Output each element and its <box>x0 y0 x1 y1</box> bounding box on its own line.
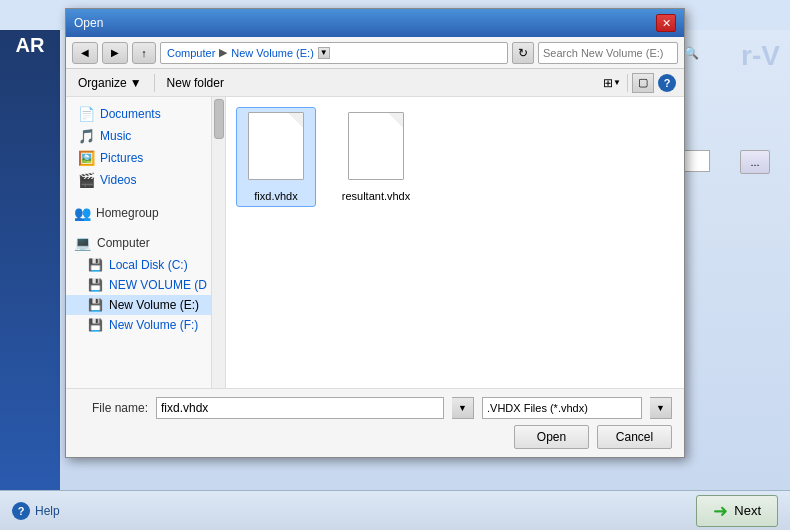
new-folder-button[interactable]: New folder <box>163 74 228 92</box>
help-label: Help <box>35 504 60 518</box>
next-button[interactable]: ➜ Next <box>696 495 778 527</box>
nav-item-c-drive[interactable]: 💾 Local Disk (C:) <box>66 255 225 275</box>
c-drive-icon: 💾 <box>88 258 103 272</box>
nav-item-f-drive[interactable]: 💾 New Volume (F:) <box>66 315 225 335</box>
open-button[interactable]: Open <box>514 425 589 449</box>
filetype-label: .VHDX Files (*.vhdx) <box>487 402 588 414</box>
filename-input[interactable] <box>156 397 444 419</box>
nav-item-f-label: New Volume (F:) <box>109 318 198 332</box>
breadcrumb-bar: Computer ▶ New Volume (E:) ▼ <box>160 42 508 64</box>
breadcrumb-computer[interactable]: Computer <box>167 47 215 59</box>
organize-arrow: ▼ <box>130 76 142 90</box>
nav-item-pictures-label: Pictures <box>100 151 143 165</box>
app-logo: AR <box>16 34 45 57</box>
open-dialog: Open ✕ ◀ ▶ ↑ Computer ▶ New Volume (E:) … <box>65 8 685 458</box>
computer-icon: 💻 <box>74 235 91 251</box>
nav-item-d-label: NEW VOLUME (D <box>109 278 207 292</box>
organize-label: Organize <box>78 76 127 90</box>
file-name-fixd: fixd.vhdx <box>254 190 297 202</box>
bottom-bar: ? Help ➜ Next <box>0 490 790 530</box>
nav-item-videos-label: Videos <box>100 173 136 187</box>
file-area: fixd.vhdx resultant.vhdx <box>226 97 684 388</box>
browse-button[interactable]: ... <box>740 150 770 174</box>
nav-item-e-drive[interactable]: 💾 New Volume (E:) <box>66 295 225 315</box>
new-folder-label: New folder <box>167 76 224 90</box>
filename-dropdown[interactable]: ▼ <box>452 397 474 419</box>
up-button[interactable]: ↑ <box>132 42 156 64</box>
music-icon: 🎵 <box>78 128 94 144</box>
dialog-titlebar: Open ✕ <box>66 9 684 37</box>
file-icon-fixd <box>244 112 308 186</box>
e-drive-icon: 💾 <box>88 298 103 312</box>
homegroup-icon: 👥 <box>74 205 90 221</box>
search-box: 🔍 <box>538 42 678 64</box>
nav-section-computer: 💻 Computer 💾 Local Disk (C:) 💾 NEW VOLUM… <box>66 231 225 335</box>
nav-item-music[interactable]: 🎵 Music <box>66 125 225 147</box>
nav-item-music-label: Music <box>100 129 131 143</box>
help-icon-button[interactable]: ? <box>658 74 676 92</box>
back-button[interactable]: ◀ <box>72 42 98 64</box>
documents-icon: 📄 <box>78 106 94 122</box>
file-icon-paper-resultant <box>348 112 404 180</box>
homegroup-section[interactable]: 👥 Homegroup <box>66 201 225 225</box>
breadcrumb-dropdown[interactable]: ▼ <box>318 47 330 59</box>
d-drive-icon: 💾 <box>88 278 103 292</box>
nav-item-c-label: Local Disk (C:) <box>109 258 188 272</box>
nav-scrollbar-thumb[interactable] <box>214 99 224 139</box>
toolbar-right: ⊞ ▼ ▢ ? <box>601 73 676 93</box>
address-bar: ◀ ▶ ↑ Computer ▶ New Volume (E:) ▼ ↻ 🔍 <box>66 37 684 69</box>
nav-item-documents-label: Documents <box>100 107 161 121</box>
nav-item-pictures[interactable]: 🖼️ Pictures <box>66 147 225 169</box>
computer-label: Computer <box>97 236 150 250</box>
filetype-dropdown[interactable]: ▼ <box>650 397 672 419</box>
help-button[interactable]: ? Help <box>12 502 60 520</box>
left-nav: 📄 Documents 🎵 Music 🖼️ Pictures 🎬 Videos <box>66 97 226 388</box>
computer-section-header[interactable]: 💻 Computer <box>66 231 225 255</box>
nav-item-videos[interactable]: 🎬 Videos <box>66 169 225 191</box>
toolbar: Organize ▼ New folder ⊞ ▼ ▢ ? <box>66 69 684 97</box>
search-icon: 🔍 <box>684 46 699 60</box>
nav-scrollbar[interactable] <box>211 97 225 388</box>
dialog-bottom: File name: ▼ .VHDX Files (*.vhdx) ▼ Open… <box>66 388 684 457</box>
file-item-resultant[interactable]: resultant.vhdx <box>336 107 416 207</box>
app-watermark: r-V <box>741 40 780 72</box>
videos-icon: 🎬 <box>78 172 94 188</box>
organize-button[interactable]: Organize ▼ <box>74 74 146 92</box>
refresh-button[interactable]: ↻ <box>512 42 534 64</box>
view-icon: ⊞ <box>603 76 613 90</box>
nav-section-favorites: 📄 Documents 🎵 Music 🖼️ Pictures 🎬 Videos <box>66 103 225 191</box>
nav-item-e-label: New Volume (E:) <box>109 298 199 312</box>
breadcrumb-sep1: ▶ <box>219 46 227 59</box>
forward-button[interactable]: ▶ <box>102 42 128 64</box>
help-circle-icon: ? <box>12 502 30 520</box>
breadcrumb-current[interactable]: New Volume (E:) <box>231 47 314 59</box>
filename-row: File name: ▼ .VHDX Files (*.vhdx) ▼ <box>78 397 672 419</box>
toolbar-separator-1 <box>154 74 155 92</box>
homegroup-label: Homegroup <box>96 206 159 220</box>
toolbar-separator-2 <box>627 74 628 92</box>
nav-item-d-drive[interactable]: 💾 NEW VOLUME (D <box>66 275 225 295</box>
dialog-close-button[interactable]: ✕ <box>656 14 676 32</box>
dialog-title: Open <box>74 16 103 30</box>
file-name-resultant: resultant.vhdx <box>342 190 410 202</box>
app-sidebar: AR <box>0 30 60 490</box>
nav-item-documents[interactable]: 📄 Documents <box>66 103 225 125</box>
filetype-select: .VHDX Files (*.vhdx) <box>482 397 642 419</box>
cancel-button[interactable]: Cancel <box>597 425 672 449</box>
file-icon-paper-fixd <box>248 112 304 180</box>
view-button[interactable]: ⊞ ▼ <box>601 73 623 93</box>
next-label: Next <box>734 503 761 518</box>
next-arrow-icon: ➜ <box>713 500 728 522</box>
dialog-action-row: Open Cancel <box>78 425 672 449</box>
pane-icon: ▢ <box>638 76 648 89</box>
filename-label: File name: <box>78 401 148 415</box>
main-area: 📄 Documents 🎵 Music 🖼️ Pictures 🎬 Videos <box>66 97 684 388</box>
search-input[interactable] <box>543 47 681 59</box>
file-icon-resultant <box>344 112 408 186</box>
pictures-icon: 🖼️ <box>78 150 94 166</box>
file-item-fixd[interactable]: fixd.vhdx <box>236 107 316 207</box>
view-arrow: ▼ <box>613 78 621 87</box>
f-drive-icon: 💾 <box>88 318 103 332</box>
pane-toggle-button[interactable]: ▢ <box>632 73 654 93</box>
